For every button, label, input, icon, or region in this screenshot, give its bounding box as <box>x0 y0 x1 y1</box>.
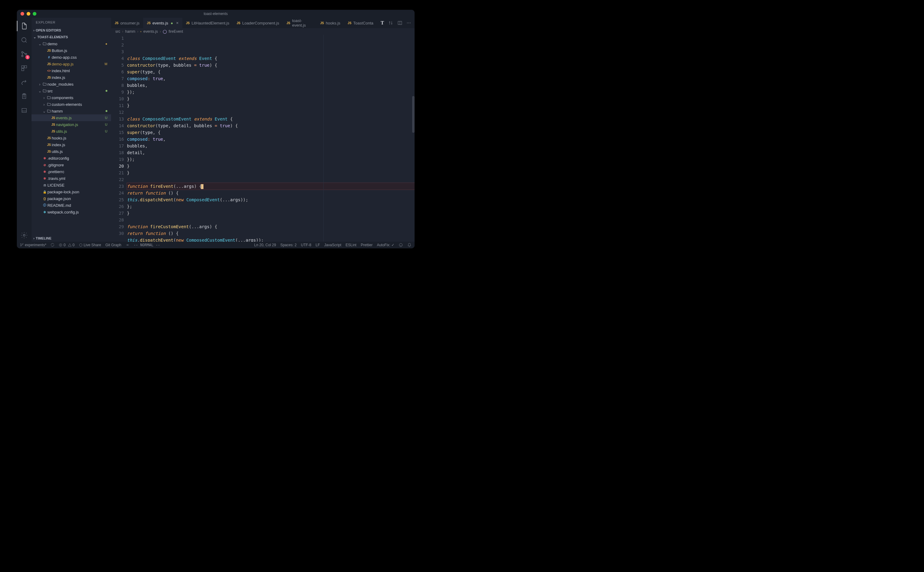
project-section[interactable]: ⌄ TOAST-ELEMENTS <box>31 34 111 40</box>
tree-file[interactable]: ✻.editorconfig <box>31 155 111 162</box>
svg-point-13 <box>20 246 21 246</box>
sync-item[interactable] <box>50 243 54 247</box>
svg-point-18 <box>399 244 403 247</box>
tree-file[interactable]: JSutils.jsU <box>31 128 111 135</box>
settings-gear-icon[interactable] <box>17 229 31 242</box>
split-editor-icon[interactable] <box>397 20 402 25</box>
tree-file[interactable]: ⚖LICENSE <box>31 182 111 188</box>
autofix-item[interactable]: AutoFix: ✓ <box>377 243 394 247</box>
code-lines[interactable]: class ComposedEvent extends Event { cons… <box>127 35 415 242</box>
tree-file[interactable]: ⊘.gitignore <box>31 162 111 168</box>
tree-file[interactable]: <>index.html <box>31 67 111 74</box>
editor-tab[interactable]: JShooks.js <box>316 18 344 28</box>
tree-file[interactable]: ✻.travis.yml <box>31 175 111 182</box>
svg-point-3 <box>25 53 27 55</box>
encoding-item[interactable]: UTF-8 <box>301 243 311 247</box>
indentation-item[interactable]: Spaces: 2 <box>280 243 297 247</box>
close-icon[interactable]: × <box>176 20 179 25</box>
titlebar[interactable]: toast-elements <box>17 10 415 18</box>
editor-tab[interactable]: JSevents.js●× <box>143 18 182 28</box>
eslint-item[interactable]: ESLint <box>346 243 356 247</box>
editor-tab[interactable]: JSonsumer.js <box>111 18 143 28</box>
timeline-section[interactable]: › TIMELINE <box>31 235 111 242</box>
svg-point-14 <box>23 244 23 244</box>
minimize-window-button[interactable] <box>26 12 30 16</box>
tree-folder[interactable]: ›node_modules <box>31 81 111 87</box>
tree-file[interactable]: ✲webpack.config.js <box>31 208 111 215</box>
tab-label: hooks.js <box>326 21 341 25</box>
cursor-position-item[interactable]: Ln 20, Col 29 <box>254 243 276 247</box>
git-branch-item[interactable]: experiments* <box>20 243 46 247</box>
breadcrumb[interactable]: src› hamm› ▫ events.js› ◯ fireEvent <box>111 28 415 35</box>
workbench: 9 EXPLORER › OPEN EDITORS <box>17 18 415 242</box>
editor-tab[interactable]: JSToastConta <box>344 18 377 28</box>
tree-file[interactable]: JSindex.js <box>31 141 111 148</box>
tree-file[interactable]: JShooks.js <box>31 135 111 141</box>
editor-ruler <box>324 35 324 242</box>
clipboard-activity-icon[interactable] <box>17 90 31 103</box>
tree-folder[interactable]: ›components <box>31 94 111 101</box>
tree-file[interactable]: JSutils.js <box>31 148 111 155</box>
tree-file[interactable]: JSevents.jsU <box>31 114 111 121</box>
explorer-activity-icon[interactable] <box>17 20 31 33</box>
tree-file[interactable]: JSButton.js <box>31 47 111 54</box>
editor-tab[interactable]: JSLoaderComponent.js <box>233 18 283 28</box>
editor-actions: T ⋯ <box>377 18 415 28</box>
editor-tab[interactable]: JStoast-event.js <box>283 18 316 28</box>
autofix-icon[interactable] <box>126 243 129 247</box>
compare-icon[interactable] <box>388 20 393 25</box>
feedback-icon[interactable] <box>399 243 403 247</box>
js-icon: JS <box>320 22 324 25</box>
window-title: toast-elements <box>17 12 415 16</box>
problems-item[interactable]: 0 0 <box>59 243 74 247</box>
file-tree[interactable]: ⌄demo●JSButton.js#demo-app.cssJSdemo-app… <box>31 40 111 235</box>
eol-item[interactable]: LF <box>316 243 320 247</box>
tree-item-label: Button.js <box>52 48 111 53</box>
chevron-right-icon: › <box>33 236 34 240</box>
panel-activity-icon[interactable] <box>17 104 31 117</box>
share-activity-icon[interactable] <box>17 76 31 89</box>
tree-file[interactable]: ✻.prettierrc <box>31 168 111 175</box>
chevron-down-icon: ⌄ <box>37 89 42 93</box>
source-control-activity-icon[interactable]: 9 <box>17 48 31 61</box>
line-gutter: 1234567891011121314151617181920212223242… <box>111 35 127 242</box>
tree-file[interactable]: 🔒package-lock.json <box>31 188 111 195</box>
tree-file[interactable]: ⓘREADME.md <box>31 202 111 208</box>
minimap-scrollbar[interactable] <box>412 35 415 242</box>
folder-icon <box>42 82 47 86</box>
tree-file[interactable]: JSnavigation.jsU <box>31 121 111 128</box>
code-editor[interactable]: 1234567891011121314151617181920212223242… <box>111 35 415 242</box>
tree-file[interactable]: #demo-app.css <box>31 54 111 61</box>
more-icon[interactable]: ⋯ <box>407 20 411 25</box>
tree-folder[interactable]: ⌄hamm <box>31 108 111 114</box>
zoom-window-button[interactable] <box>33 12 36 16</box>
language-item[interactable]: JavaScript <box>324 243 341 247</box>
tree-item-label: LICENSE <box>47 183 111 188</box>
tree-folder[interactable]: ⌄demo● <box>31 40 111 47</box>
chevron-right-icon: › <box>42 102 46 107</box>
tree-file[interactable]: {}package.json <box>31 195 111 202</box>
close-window-button[interactable] <box>20 12 24 16</box>
search-activity-icon[interactable] <box>17 34 31 47</box>
editor-tab[interactable]: JSLitHauntedElement.js <box>182 18 233 28</box>
tree-item-label: .editorconfig <box>47 156 111 160</box>
md-icon: ⓘ <box>42 203 47 207</box>
tree-file[interactable]: JSdemo-app.jsM <box>31 61 111 67</box>
extensions-activity-icon[interactable] <box>17 62 31 75</box>
tree-folder[interactable]: ›custom-elements <box>31 101 111 108</box>
tab-label: events.js <box>152 21 168 25</box>
open-editors-section[interactable]: › OPEN EDITORS <box>31 27 111 34</box>
text-color-icon[interactable]: T <box>381 20 384 26</box>
notifications-icon[interactable] <box>407 243 412 247</box>
gitgraph-item[interactable]: Git Graph <box>106 243 121 247</box>
tree-item-label: webpack.config.js <box>47 210 111 214</box>
tree-item-label: custom-elements <box>52 102 111 107</box>
liveshare-item[interactable]: Live Share <box>79 243 101 247</box>
tree-item-label: .prettierrc <box>47 169 111 174</box>
tree-file[interactable]: JSindex.js <box>31 74 111 81</box>
tree-folder[interactable]: ⌄src <box>31 87 111 94</box>
chevron-down-icon: ⌄ <box>37 42 42 46</box>
js-icon: JS <box>237 22 241 25</box>
prettier-item[interactable]: Prettier <box>361 243 373 247</box>
webpack-icon: ✲ <box>42 210 47 214</box>
